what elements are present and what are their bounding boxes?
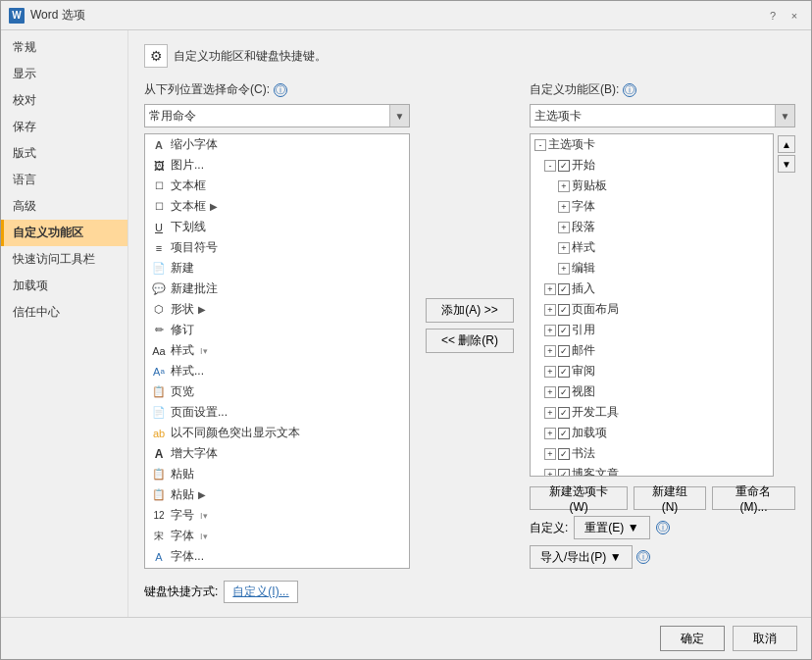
expand-icon[interactable]: + [558, 222, 570, 233]
expand-icon[interactable]: + [558, 180, 570, 192]
expand-icon[interactable]: + [544, 325, 556, 336]
list-item[interactable]: 📄 页面设置... [145, 402, 409, 423]
add-button[interactable]: 添加(A) >> [426, 298, 514, 323]
list-item[interactable]: ab 以不同颜色突出显示文本 [145, 423, 409, 443]
tree-item-mailings[interactable]: + 邮件 [531, 340, 773, 361]
sidebar-item-save[interactable]: 保存 [1, 114, 127, 140]
list-item[interactable]: ☐ 文本框 ▶ [145, 196, 409, 217]
tree-item-blog[interactable]: + 博客文章 [531, 464, 773, 477]
expand-icon[interactable]: + [544, 366, 556, 378]
tree-item-addins[interactable]: + 加载项 [531, 423, 773, 443]
new-group-button[interactable]: 新建组(N) [634, 486, 706, 510]
expand-icon[interactable]: + [558, 263, 570, 275]
expand-icon[interactable]: - [544, 160, 556, 172]
list-item[interactable]: A 字体颜色 [145, 567, 409, 569]
new-tab-button[interactable]: 新建选项卡(W) [530, 486, 628, 510]
tree-item-font[interactable]: + 字体 [531, 196, 773, 217]
sidebar-item-proofing[interactable]: 校对 [1, 87, 127, 114]
checkbox-view[interactable] [558, 386, 570, 398]
list-item[interactable]: U 下划线 [145, 217, 409, 237]
checkbox-insert[interactable] [558, 283, 570, 295]
tree-item-kaishi[interactable]: - 开始 [531, 155, 773, 176]
checkbox-developer[interactable] [558, 407, 570, 419]
checkbox-pagelayout[interactable] [558, 304, 570, 316]
scroll-up-button[interactable]: ▲ [778, 135, 795, 153]
checkbox-addins[interactable] [558, 428, 570, 439]
list-item[interactable]: 📄 新建 [145, 258, 409, 279]
expand-icon[interactable]: + [544, 469, 556, 478]
sidebar-item-advanced[interactable]: 高级 [1, 193, 127, 220]
keyboard-link[interactable]: 自定义(I)... [224, 581, 297, 603]
checkbox-kaishi[interactable] [558, 160, 570, 172]
tree-item-edit[interactable]: + 编辑 [531, 258, 773, 279]
tree-item-calligraphy[interactable]: + 书法 [531, 443, 773, 464]
list-item[interactable]: ✏ 修订 [145, 320, 409, 340]
sidebar-item-display[interactable]: 显示 [1, 61, 127, 87]
sidebar-item-format[interactable]: 版式 [1, 140, 127, 167]
tree-item-paragraph[interactable]: + 段落 [531, 217, 773, 237]
help-button[interactable]: ? [764, 7, 782, 25]
list-item[interactable]: ≡ 项目符号 [145, 237, 409, 258]
expand-icon[interactable]: + [544, 407, 556, 419]
list-item[interactable]: A 缩小字体 [145, 134, 409, 155]
sidebar-item-customize-ribbon[interactable]: 自定义功能区 [1, 220, 127, 246]
expand-icon[interactable]: + [558, 242, 570, 254]
list-item[interactable]: 📋 粘贴 [145, 464, 409, 484]
export-info-icon[interactable]: ⓘ [636, 550, 650, 564]
tree-item-insert[interactable]: + 插入 [531, 279, 773, 299]
list-item[interactable]: ☐ 文本框 [145, 176, 409, 196]
left-list-box[interactable]: A 缩小字体 🖼 图片... ☐ 文本框 ☐ [144, 133, 410, 569]
tree-item-references[interactable]: + 引用 [531, 320, 773, 340]
sidebar-item-language[interactable]: 语言 [1, 167, 127, 193]
expand-icon[interactable]: + [544, 448, 556, 460]
checkbox-blog[interactable] [558, 469, 570, 478]
left-info-icon[interactable]: ⓘ [274, 83, 287, 97]
right-info-icon[interactable]: ⓘ [623, 83, 636, 97]
right-dropdown[interactable]: 主选项卡 ▼ [530, 104, 795, 127]
remove-button[interactable]: << 删除(R) [426, 329, 514, 353]
tree-item-developer[interactable]: + 开发工具 [531, 402, 773, 423]
close-button[interactable]: × [786, 7, 803, 25]
expand-icon[interactable]: + [544, 345, 556, 357]
checkbox-calligraphy[interactable] [558, 448, 570, 460]
export-button[interactable]: 导入/导出(P) ▼ [530, 545, 633, 569]
list-item[interactable]: Aa 样式... [145, 361, 409, 381]
list-item[interactable]: 🖼 图片... [145, 155, 409, 176]
tree-item-review[interactable]: + 审阅 [531, 361, 773, 381]
list-item[interactable]: ⬡ 形状 ▶ [145, 299, 409, 320]
list-item[interactable]: A 字体... [145, 546, 409, 567]
checkbox-review[interactable] [558, 366, 570, 378]
expand-icon[interactable]: + [558, 201, 570, 213]
list-item[interactable]: 💬 新建批注 [145, 279, 409, 299]
tree-item-style[interactable]: + 样式 [531, 237, 773, 258]
cancel-button[interactable]: 取消 [733, 626, 797, 651]
right-tree-list[interactable]: - 主选项卡 - 开始 + 剪贴板 [530, 133, 774, 477]
expand-icon[interactable]: - [534, 139, 546, 151]
reset-button[interactable]: 重置(E) ▼ [574, 516, 649, 539]
expand-icon[interactable]: + [544, 283, 556, 295]
tree-item-root[interactable]: - 主选项卡 [531, 134, 773, 155]
tree-item-view[interactable]: + 视图 [531, 381, 773, 402]
rename-button[interactable]: 重命名(M)... [712, 486, 795, 510]
tree-item-pagelayout[interactable]: + 页面布局 [531, 299, 773, 320]
sidebar-item-trust-center[interactable]: 信任中心 [1, 299, 127, 326]
expand-icon[interactable]: + [544, 428, 556, 439]
tree-item-clipboard[interactable]: + 剪贴板 [531, 176, 773, 196]
list-item[interactable]: 12 字号 I▾ [145, 505, 409, 526]
customize-info-icon[interactable]: ⓘ [656, 521, 670, 534]
list-item[interactable]: Aa 样式 I▾ [145, 340, 409, 361]
ok-button[interactable]: 确定 [660, 626, 725, 651]
list-item[interactable]: 📋 粘贴 ▶ [145, 484, 409, 505]
list-item[interactable]: 宋 字体 I▾ [145, 526, 409, 546]
sidebar-item-general[interactable]: 常规 [1, 34, 127, 61]
scroll-down-button[interactable]: ▼ [778, 155, 795, 173]
checkbox-mailings[interactable] [558, 345, 570, 357]
checkbox-references[interactable] [558, 325, 570, 336]
left-dropdown[interactable]: 常用命令 ▼ [144, 104, 410, 127]
expand-icon[interactable]: + [544, 304, 556, 316]
expand-icon[interactable]: + [544, 386, 556, 398]
sidebar-item-quick-access[interactable]: 快速访问工具栏 [1, 246, 127, 273]
list-item[interactable]: A 增大字体 [145, 443, 409, 464]
list-item[interactable]: 📋 页览 [145, 381, 409, 402]
sidebar-item-addins[interactable]: 加载项 [1, 273, 127, 299]
